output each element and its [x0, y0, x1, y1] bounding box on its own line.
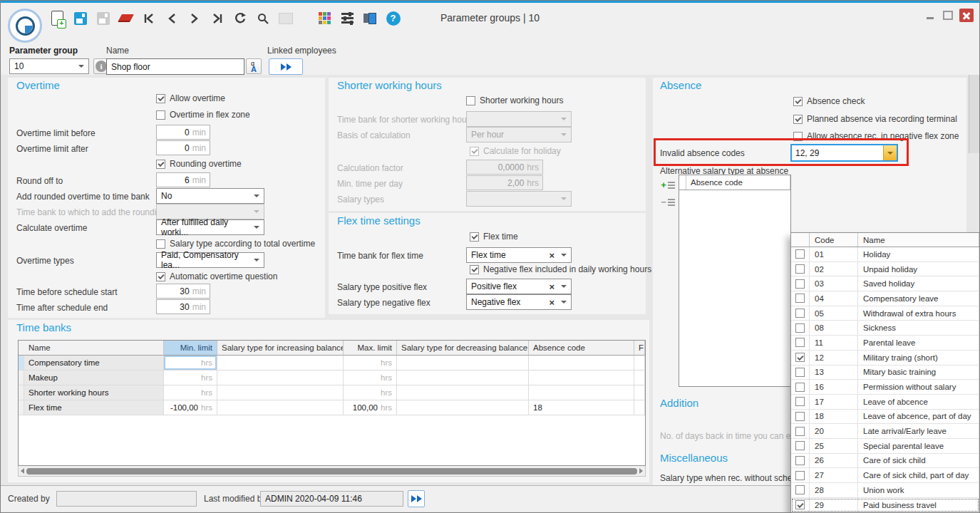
shorter-working-hours-checkbox[interactable]: [466, 96, 475, 105]
absence-code-checkbox[interactable]: [795, 323, 805, 333]
scroll-right-icon[interactable]: [639, 468, 643, 474]
absence-code-checkbox[interactable]: [795, 279, 805, 289]
scroll-left-icon[interactable]: [21, 468, 24, 474]
time-bank-cell[interactable]: [217, 370, 344, 385]
absence-code-row[interactable]: 26Care of sick child: [791, 454, 979, 469]
linked-employees-button[interactable]: [269, 58, 303, 75]
new-record-icon[interactable]: +: [49, 10, 66, 26]
absence-code-checkbox[interactable]: [795, 397, 805, 406]
time-bank-cell[interactable]: hrs: [344, 370, 397, 385]
time-bank-row[interactable]: Compensatory timehrshrs: [19, 356, 645, 370]
time-bank-cell[interactable]: hrs: [164, 385, 217, 400]
report-book-icon[interactable]: [362, 10, 378, 26]
absence-code-checkbox[interactable]: [795, 412, 805, 421]
absence-code-row[interactable]: 05Withdrawal of extra hours: [791, 306, 979, 321]
absence-code-row[interactable]: 04Compensatory leave: [791, 291, 979, 306]
salary-type-positive-flex-select[interactable]: Positive flex×: [466, 279, 572, 294]
next-record-icon[interactable]: [186, 10, 202, 26]
absence-code-row[interactable]: 03Saved holiday: [791, 276, 979, 291]
automatic-overtime-question-checkbox[interactable]: [156, 272, 165, 281]
time-banks-column-header[interactable]: Absence code: [529, 341, 634, 356]
time-bank-cell[interactable]: [529, 385, 634, 400]
salary-type-negative-flex-select[interactable]: Negative flex×: [466, 294, 572, 310]
time-bank-cell[interactable]: [397, 356, 529, 370]
translate-button[interactable]: qA: [246, 58, 262, 74]
absence-code-row[interactable]: 02Unpaid holiday: [791, 262, 979, 277]
overtime-limit-after-input[interactable]: 0min: [156, 140, 210, 155]
help-icon[interactable]: ?: [385, 10, 401, 26]
flex-time-checkbox[interactable]: [470, 232, 479, 242]
absence-code-checkbox[interactable]: [795, 249, 805, 259]
time-bank-cell[interactable]: [529, 356, 634, 370]
calculate-overtime-select[interactable]: After fulfilled daily worki...: [156, 219, 264, 235]
invalid-absence-codes-combo[interactable]: 12, 29: [790, 144, 898, 162]
time-bank-cell[interactable]: hrs: [164, 370, 217, 385]
time-banks-column-header[interactable]: Max. limit: [344, 341, 397, 356]
absence-code-row[interactable]: 16Permission without salary: [791, 380, 979, 395]
settings-sliders-icon[interactable]: [339, 10, 356, 26]
scrollbar-thumb[interactable]: [26, 468, 637, 475]
absence-code-row[interactable]: 18Leave of abcence, part of day: [791, 410, 979, 425]
last-record-icon[interactable]: [209, 10, 225, 26]
time-bank-cell[interactable]: [397, 385, 529, 400]
absence-code-checkbox[interactable]: [795, 368, 805, 377]
time-banks-column-header[interactable]: F: [634, 341, 645, 356]
absence-code-row[interactable]: 13Mitary basic training: [791, 366, 979, 380]
time-banks-column-header[interactable]: Min. limit: [164, 341, 217, 356]
time-banks-column-header[interactable]: Salary type for decreasing balance: [397, 341, 529, 356]
time-banks-column-header[interactable]: Salary type for increasing balance: [217, 341, 344, 356]
absence-code-checkbox[interactable]: [795, 264, 805, 274]
absence-code-checkbox[interactable]: [795, 309, 805, 318]
time-bank-cell[interactable]: [19, 400, 24, 415]
time-bank-cell[interactable]: Shorter working hours: [24, 385, 164, 400]
clear-icon[interactable]: ×: [549, 250, 555, 261]
time-bank-cell[interactable]: hrs: [164, 356, 217, 370]
search-icon[interactable]: [254, 10, 271, 26]
previous-record-icon[interactable]: [163, 10, 180, 26]
negative-flex-checkbox[interactable]: [470, 265, 479, 274]
time-before-schedule-start-input[interactable]: 30min: [156, 284, 210, 299]
clear-icon[interactable]: ×: [549, 281, 555, 292]
absence-code-row[interactable]: 17Leave of abcence: [791, 395, 979, 410]
clear-icon[interactable]: ×: [549, 297, 555, 308]
absence-code-row[interactable]: 29Paid business travel: [791, 498, 979, 513]
time-after-schedule-end-input[interactable]: 30min: [156, 299, 210, 314]
save-icon[interactable]: [72, 10, 88, 26]
time-bank-cell[interactable]: [217, 385, 344, 400]
first-record-icon[interactable]: [140, 10, 157, 26]
time-bank-cell[interactable]: 18: [529, 400, 634, 415]
horizontal-scrollbar[interactable]: [18, 466, 646, 477]
delete-eraser-icon[interactable]: [118, 10, 134, 26]
absence-code-checkbox[interactable]: [795, 294, 805, 303]
time-bank-cell[interactable]: Compensatory time: [24, 356, 164, 370]
absence-code-row[interactable]: 28Union work: [791, 483, 979, 498]
time-bank-cell[interactable]: Flex time: [24, 400, 164, 415]
allow-overtime-checkbox[interactable]: [156, 94, 165, 103]
close-button[interactable]: [959, 9, 974, 22]
absence-code-row[interactable]: 08Sickness: [791, 321, 979, 336]
time-bank-cell[interactable]: [634, 370, 645, 385]
alternative-salary-table[interactable]: Absence code: [679, 175, 791, 387]
maximize-button[interactable]: [942, 9, 954, 22]
absence-code-checkbox[interactable]: [795, 353, 805, 362]
dropdown-open-button[interactable]: [883, 145, 897, 160]
absence-code-row[interactable]: 11Parental leave: [791, 336, 979, 351]
minimize-button[interactable]: [924, 9, 937, 22]
add-rounded-overtime-select[interactable]: No: [156, 188, 264, 204]
time-bank-cell[interactable]: [529, 370, 634, 385]
time-bank-cell[interactable]: [19, 385, 24, 400]
time-bank-row[interactable]: Makeuphrshrs: [19, 370, 645, 385]
absence-code-row[interactable]: 12Military traing (short): [791, 351, 979, 366]
round-off-input[interactable]: 6min: [156, 172, 210, 187]
open-user-button[interactable]: [408, 490, 425, 507]
time-bank-cell[interactable]: 100,00hrs: [344, 400, 397, 415]
overtime-flex-zone-checkbox[interactable]: [156, 110, 165, 120]
time-bank-cell[interactable]: [217, 356, 344, 370]
absence-code-row[interactable]: 20Late arrival/Early leave: [791, 424, 979, 439]
time-bank-flex-select[interactable]: Flex time×: [466, 247, 572, 263]
refresh-icon[interactable]: [232, 10, 248, 26]
planned-absence-checkbox[interactable]: [793, 115, 803, 124]
name-input[interactable]: Shop floor: [106, 58, 244, 75]
time-bank-row[interactable]: Flex time-100,00hrs100,00hrs18: [19, 400, 645, 415]
time-bank-row[interactable]: Shorter working hourshrshrs: [19, 385, 645, 400]
